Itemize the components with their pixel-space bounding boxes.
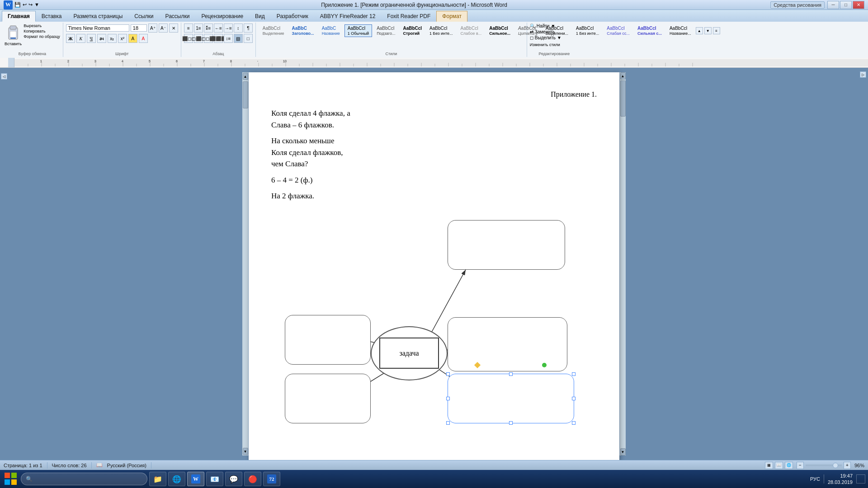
view-read-btn[interactable]: 📖 <box>775 462 783 469</box>
line-spacing-button[interactable]: ↕≡ <box>224 34 233 43</box>
style-subheading[interactable]: AaBbCcIПодзаго... <box>373 24 398 37</box>
scroll-up-btn[interactable]: ▲ <box>243 73 248 80</box>
increase-font-button[interactable]: A⁺ <box>148 23 157 33</box>
diagram-oval-center[interactable]: задача <box>371 326 448 380</box>
show-desktop-btn[interactable] <box>856 474 865 483</box>
underline-button[interactable]: Ч <box>87 34 96 43</box>
find-button[interactable]: 🔍Найти▼ <box>530 23 561 28</box>
quick-dropdown[interactable]: ▼ <box>34 2 39 8</box>
close-button[interactable]: ✕ <box>853 1 864 9</box>
taskbar-clock[interactable]: 19:47 28.03.2019 <box>828 473 853 486</box>
quick-undo[interactable]: ↩ <box>23 2 27 8</box>
tab-foxit[interactable]: Foxit Reader PDF <box>381 11 436 22</box>
decrease-font-button[interactable]: A⁻ <box>159 23 168 33</box>
taskbar-search[interactable]: 🔍 <box>21 473 147 485</box>
highlight-button[interactable]: А <box>128 34 137 43</box>
numbered-list-button[interactable]: 1≡ <box>194 23 203 33</box>
subscript-button[interactable]: x₂ <box>108 34 117 43</box>
taskbar-app-red[interactable]: 🔴 <box>244 472 261 486</box>
handle-tr[interactable] <box>572 372 576 376</box>
tab-developer[interactable]: Разработчик <box>271 11 314 22</box>
sort-button[interactable]: ↕ <box>234 23 243 33</box>
style-normal[interactable]: AaBbCcI1 Обычный <box>344 24 372 37</box>
taskbar-app-72[interactable]: 72 <box>263 472 280 486</box>
handle-br[interactable] <box>572 421 576 425</box>
scroll-thumb[interactable] <box>243 81 248 108</box>
taskbar-app-edge[interactable]: 🌐 <box>168 472 185 486</box>
quick-save[interactable]: 💾 <box>14 2 21 8</box>
scroll-down-btn[interactable]: ▼ <box>243 448 248 455</box>
handle-green-circle[interactable] <box>542 363 547 367</box>
tab-references[interactable]: Ссылки <box>128 11 159 22</box>
zoom-out-btn[interactable]: − <box>797 462 804 469</box>
select-button[interactable]: ◻Выделить▼ <box>530 35 561 40</box>
paste-button[interactable]: Вставить <box>5 23 22 46</box>
view-print-btn[interactable]: ▦ <box>765 462 773 469</box>
style-strong[interactable]: AaBbCcIСильное... <box>486 24 514 37</box>
tab-mailings[interactable]: Рассылки <box>160 11 196 22</box>
diagram-box-top-right[interactable] <box>448 220 565 270</box>
tab-page-layout[interactable]: Разметка страницы <box>67 11 128 22</box>
zoom-in-btn[interactable]: + <box>844 462 851 469</box>
clear-format-button[interactable]: ✕ <box>169 23 178 33</box>
superscript-button[interactable]: x² <box>118 34 127 43</box>
diagram-box-left-top[interactable] <box>285 315 371 365</box>
show-marks-button[interactable]: ¶ <box>244 23 253 33</box>
align-left-button[interactable]: ⬛◻◻ <box>184 34 193 43</box>
font-color-button[interactable]: А <box>139 34 148 43</box>
style-highlight[interactable]: AaBbCcIВыделение <box>259 24 288 37</box>
tab-format[interactable]: Формат <box>436 11 467 22</box>
minimize-button[interactable]: ─ <box>827 1 839 9</box>
shading-button[interactable]: ▧ <box>234 34 243 43</box>
style-name2[interactable]: AaBbCcIНазвание... <box>666 24 694 37</box>
taskbar-app-word[interactable]: W <box>187 472 204 486</box>
border-button[interactable]: □ <box>244 34 253 43</box>
justify-button[interactable]: ⬛⬛⬛ <box>214 34 223 43</box>
strikethrough-button[interactable]: зч <box>97 34 106 43</box>
scroll-up-right[interactable]: ▲ <box>620 72 626 80</box>
taskbar-app-mail[interactable]: 📧 <box>206 472 223 486</box>
diagram-box-left-bottom[interactable] <box>285 374 371 423</box>
start-button[interactable] <box>3 471 19 487</box>
zoom-thumb[interactable] <box>833 463 838 468</box>
tab-home[interactable]: Главная <box>2 11 36 22</box>
styles-scroll-down[interactable]: ▼ <box>704 27 712 34</box>
font-name-input[interactable] <box>66 24 129 32</box>
quick-redo[interactable]: ↪ <box>28 2 33 8</box>
cut-button[interactable]: Вырезать <box>24 23 60 28</box>
style-weak[interactable]: AaBbCcIСлабое в... <box>457 24 485 37</box>
tab-review[interactable]: Рецензирование <box>195 11 249 22</box>
tab-insert[interactable]: Вставка <box>36 11 68 22</box>
decrease-indent-button[interactable]: ←≡ <box>214 23 223 33</box>
style-strict[interactable]: AaBbCcIСтрогий <box>400 24 425 37</box>
handle-tm[interactable] <box>509 372 513 376</box>
copy-button[interactable]: Копировать <box>24 29 60 33</box>
left-sidebar-btn[interactable]: ◁ <box>1 73 7 80</box>
style-weak-link[interactable]: AaBbCcIСлабая сс... <box>604 24 633 37</box>
multilevel-list-button[interactable]: ⁑≡ <box>204 23 213 33</box>
style-name[interactable]: AaBbCНазвание <box>319 24 343 37</box>
bold-button[interactable]: Ж <box>66 34 75 43</box>
view-web-btn[interactable]: 🌐 <box>785 462 793 469</box>
handle-bl[interactable] <box>446 421 450 425</box>
taskbar-app-skype[interactable]: 💬 <box>225 472 242 486</box>
tab-view[interactable]: Вид <box>249 11 271 22</box>
handle-ml[interactable] <box>446 397 450 400</box>
tab-abbyy[interactable]: ABBYY FineReader 12 <box>314 11 382 22</box>
ruler-corner[interactable] <box>8 58 14 68</box>
style-heading[interactable]: AaBbCЗаголово... <box>289 24 317 37</box>
handle-tl[interactable] <box>446 372 450 376</box>
increase-indent-button[interactable]: →≡ <box>224 23 233 33</box>
diagram-box-right-middle[interactable] <box>448 317 567 371</box>
style-strong-link[interactable]: AaBbCcIСильная с... <box>634 24 665 37</box>
zoom-slider[interactable] <box>806 465 842 466</box>
italic-button[interactable]: К <box>76 34 85 43</box>
v-scrollbar[interactable]: ▲ ▼ <box>242 72 249 455</box>
styles-scroll-up[interactable]: ▲ <box>696 27 703 34</box>
styles-expand[interactable]: ≡ <box>713 27 720 34</box>
v-scrollbar-right[interactable]: ▲ ▼ <box>619 72 626 455</box>
font-size-input[interactable] <box>131 24 147 32</box>
bullet-list-button[interactable]: ≡ <box>184 23 193 33</box>
diagram-box-right-bottom[interactable] <box>448 374 574 423</box>
format-painter-button[interactable]: Формат по образцу <box>24 34 60 39</box>
